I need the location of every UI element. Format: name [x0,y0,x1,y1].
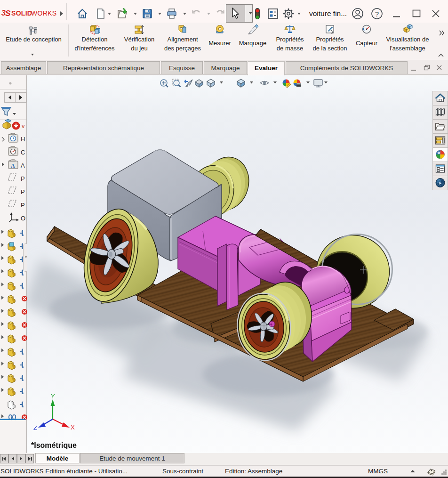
svg-text:P: P [21,175,25,182]
svg-text:X: X [71,424,75,431]
svg-text:Z: Z [33,424,37,431]
svg-text:P: P [21,188,25,195]
svg-text:S: S [5,9,11,18]
svg-text:Y: Y [51,393,55,400]
svg-text:SOLID: SOLID [11,9,32,17]
svg-text:P: P [21,202,25,209]
svg-text:H: H [21,136,25,143]
svg-text:voiture fin...: voiture fin... [309,9,347,17]
svg-text:?: ? [375,10,379,18]
svg-text:C: C [21,149,25,156]
svg-text:A: A [21,162,25,169]
svg-text:v: v [22,122,25,130]
svg-text:A: A [11,162,15,169]
svg-text:WORKS: WORKS [31,9,56,17]
svg-text:O: O [21,215,25,222]
